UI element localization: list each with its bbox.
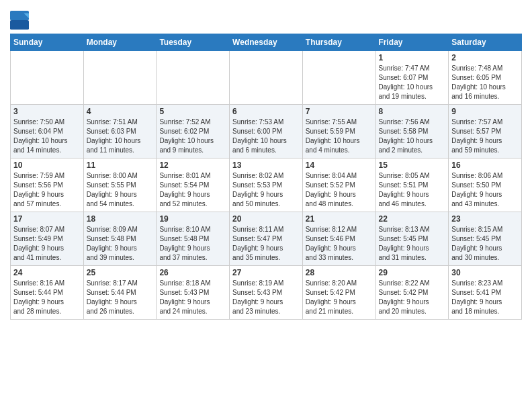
day-info: Sunrise: 8:13 AM Sunset: 5:45 PM Dayligh… — [379, 225, 446, 263]
calendar-cell: 12Sunrise: 8:01 AM Sunset: 5:54 PM Dayli… — [157, 158, 230, 212]
column-header-friday: Friday — [375, 34, 449, 51]
calendar-cell: 21Sunrise: 8:12 AM Sunset: 5:46 PM Dayli… — [302, 212, 375, 266]
day-number: 16 — [451, 161, 519, 170]
day-info: Sunrise: 7:47 AM Sunset: 6:07 PM Dayligh… — [379, 64, 446, 101]
column-header-sunday: Sunday — [11, 34, 84, 51]
day-number: 23 — [451, 214, 519, 224]
calendar-cell: 18Sunrise: 8:09 AM Sunset: 5:48 PM Dayli… — [83, 212, 157, 266]
calendar-cell: 4Sunrise: 7:51 AM Sunset: 6:03 PM Daylig… — [83, 105, 157, 158]
day-info: Sunrise: 7:52 AM Sunset: 6:02 PM Dayligh… — [159, 118, 226, 155]
day-number: 28 — [306, 268, 373, 277]
calendar-cell: 23Sunrise: 8:15 AM Sunset: 5:45 PM Dayli… — [449, 212, 522, 266]
calendar-cell: 10Sunrise: 7:59 AM Sunset: 5:56 PM Dayli… — [11, 158, 84, 212]
column-header-saturday: Saturday — [449, 34, 522, 51]
day-info: Sunrise: 8:07 AM Sunset: 5:49 PM Dayligh… — [13, 225, 81, 263]
day-number: 26 — [159, 268, 226, 277]
calendar-cell: 15Sunrise: 8:05 AM Sunset: 5:51 PM Dayli… — [375, 158, 449, 212]
calendar-cell: 17Sunrise: 8:07 AM Sunset: 5:49 PM Dayli… — [11, 212, 84, 266]
calendar-cell: 27Sunrise: 8:19 AM Sunset: 5:43 PM Dayli… — [230, 266, 303, 320]
calendar-cell: 19Sunrise: 8:10 AM Sunset: 5:48 PM Dayli… — [157, 212, 230, 266]
day-number: 6 — [232, 107, 300, 116]
day-info: Sunrise: 7:53 AM Sunset: 6:00 PM Dayligh… — [232, 118, 300, 155]
calendar-cell: 2Sunrise: 7:48 AM Sunset: 6:05 PM Daylig… — [449, 51, 522, 105]
calendar-week-row: 3Sunrise: 7:50 AM Sunset: 6:04 PM Daylig… — [11, 105, 522, 158]
calendar-cell — [11, 51, 84, 105]
calendar-cell — [230, 51, 303, 105]
day-number: 3 — [13, 107, 81, 116]
day-number: 29 — [379, 268, 446, 277]
day-info: Sunrise: 8:17 AM Sunset: 5:44 PM Dayligh… — [87, 279, 154, 316]
column-header-tuesday: Tuesday — [157, 34, 230, 51]
calendar-cell: 22Sunrise: 8:13 AM Sunset: 5:45 PM Dayli… — [375, 212, 449, 266]
day-info: Sunrise: 8:05 AM Sunset: 5:51 PM Dayligh… — [379, 171, 446, 209]
calendar-cell: 20Sunrise: 8:11 AM Sunset: 5:47 PM Dayli… — [230, 212, 303, 266]
day-info: Sunrise: 7:48 AM Sunset: 6:05 PM Dayligh… — [451, 64, 519, 101]
day-info: Sunrise: 7:50 AM Sunset: 6:04 PM Dayligh… — [13, 118, 81, 155]
day-number: 17 — [13, 214, 81, 224]
calendar-cell: 11Sunrise: 8:00 AM Sunset: 5:55 PM Dayli… — [83, 158, 157, 212]
logo — [10, 11, 32, 30]
day-info: Sunrise: 7:59 AM Sunset: 5:56 PM Dayligh… — [13, 171, 81, 209]
day-info: Sunrise: 8:10 AM Sunset: 5:48 PM Dayligh… — [159, 225, 226, 263]
day-number: 12 — [159, 161, 226, 170]
calendar-cell: 6Sunrise: 7:53 AM Sunset: 6:00 PM Daylig… — [230, 105, 303, 158]
calendar-week-row: 10Sunrise: 7:59 AM Sunset: 5:56 PM Dayli… — [11, 158, 522, 212]
column-header-wednesday: Wednesday — [230, 34, 303, 51]
column-header-monday: Monday — [83, 34, 157, 51]
calendar-header-row: SundayMondayTuesdayWednesdayThursdayFrid… — [11, 34, 522, 51]
day-info: Sunrise: 7:57 AM Sunset: 5:57 PM Dayligh… — [451, 118, 519, 155]
day-info: Sunrise: 7:56 AM Sunset: 5:58 PM Dayligh… — [379, 118, 446, 155]
day-number: 19 — [159, 214, 226, 224]
day-info: Sunrise: 8:09 AM Sunset: 5:48 PM Dayligh… — [87, 225, 154, 263]
day-info: Sunrise: 8:16 AM Sunset: 5:44 PM Dayligh… — [13, 279, 81, 316]
calendar-cell: 28Sunrise: 8:20 AM Sunset: 5:42 PM Dayli… — [302, 266, 375, 320]
calendar-cell — [157, 51, 230, 105]
day-number: 2 — [451, 53, 519, 62]
day-number: 4 — [87, 107, 154, 116]
calendar-cell: 25Sunrise: 8:17 AM Sunset: 5:44 PM Dayli… — [83, 266, 157, 320]
calendar-cell: 13Sunrise: 8:02 AM Sunset: 5:53 PM Dayli… — [230, 158, 303, 212]
calendar-cell — [302, 51, 375, 105]
calendar-cell: 8Sunrise: 7:56 AM Sunset: 5:58 PM Daylig… — [375, 105, 449, 158]
day-info: Sunrise: 8:23 AM Sunset: 5:41 PM Dayligh… — [451, 279, 519, 316]
day-number: 1 — [379, 53, 446, 62]
day-info: Sunrise: 8:22 AM Sunset: 5:42 PM Dayligh… — [379, 279, 446, 316]
day-number: 13 — [232, 161, 300, 170]
day-number: 14 — [306, 161, 373, 170]
calendar-cell — [83, 51, 157, 105]
logo-icon — [10, 11, 29, 30]
day-info: Sunrise: 8:18 AM Sunset: 5:43 PM Dayligh… — [159, 279, 226, 316]
day-number: 5 — [159, 107, 226, 116]
day-info: Sunrise: 8:15 AM Sunset: 5:45 PM Dayligh… — [451, 225, 519, 263]
calendar-cell: 14Sunrise: 8:04 AM Sunset: 5:52 PM Dayli… — [302, 158, 375, 212]
day-info: Sunrise: 8:20 AM Sunset: 5:42 PM Dayligh… — [306, 279, 373, 316]
calendar-cell: 24Sunrise: 8:16 AM Sunset: 5:44 PM Dayli… — [11, 266, 84, 320]
day-number: 20 — [232, 214, 300, 224]
day-number: 11 — [87, 161, 154, 170]
day-info: Sunrise: 8:12 AM Sunset: 5:46 PM Dayligh… — [306, 225, 373, 263]
day-number: 7 — [306, 107, 373, 116]
day-info: Sunrise: 8:04 AM Sunset: 5:52 PM Dayligh… — [306, 171, 373, 209]
calendar-table: SundayMondayTuesdayWednesdayThursdayFrid… — [10, 34, 522, 320]
day-number: 18 — [87, 214, 154, 224]
day-number: 24 — [13, 268, 81, 277]
calendar-cell: 9Sunrise: 7:57 AM Sunset: 5:57 PM Daylig… — [449, 105, 522, 158]
day-info: Sunrise: 7:51 AM Sunset: 6:03 PM Dayligh… — [87, 118, 154, 155]
calendar-cell: 1Sunrise: 7:47 AM Sunset: 6:07 PM Daylig… — [375, 51, 449, 105]
calendar-cell: 29Sunrise: 8:22 AM Sunset: 5:42 PM Dayli… — [375, 266, 449, 320]
column-header-thursday: Thursday — [302, 34, 375, 51]
day-number: 9 — [451, 107, 519, 116]
day-number: 25 — [87, 268, 154, 277]
calendar-cell: 5Sunrise: 7:52 AM Sunset: 6:02 PM Daylig… — [157, 105, 230, 158]
day-number: 30 — [451, 268, 519, 277]
day-info: Sunrise: 8:11 AM Sunset: 5:47 PM Dayligh… — [232, 225, 300, 263]
day-info: Sunrise: 8:19 AM Sunset: 5:43 PM Dayligh… — [232, 279, 300, 316]
calendar-cell: 26Sunrise: 8:18 AM Sunset: 5:43 PM Dayli… — [157, 266, 230, 320]
calendar-week-row: 17Sunrise: 8:07 AM Sunset: 5:49 PM Dayli… — [11, 212, 522, 266]
calendar-cell: 7Sunrise: 7:55 AM Sunset: 5:59 PM Daylig… — [302, 105, 375, 158]
calendar-cell: 16Sunrise: 8:06 AM Sunset: 5:50 PM Dayli… — [449, 158, 522, 212]
day-number: 10 — [13, 161, 81, 170]
day-info: Sunrise: 8:01 AM Sunset: 5:54 PM Dayligh… — [159, 171, 226, 209]
page-header — [10, 7, 522, 30]
day-info: Sunrise: 8:02 AM Sunset: 5:53 PM Dayligh… — [232, 171, 300, 209]
